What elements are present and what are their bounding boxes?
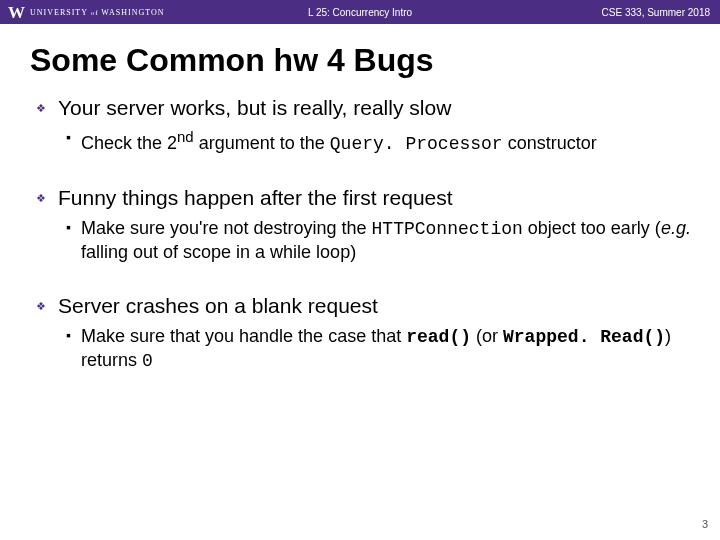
content: Some Common hw 4 Bugs ❖ Your server work… bbox=[0, 24, 720, 374]
bug-list: ❖ Your server works, but is really, real… bbox=[30, 95, 692, 374]
bug-sub: Make sure that you handle the case that … bbox=[81, 325, 692, 374]
list-item: ❖ Your server works, but is really, real… bbox=[36, 95, 692, 157]
slide: W UNIVERSITY of WASHINGTON L 25: Concurr… bbox=[0, 0, 720, 540]
uw-name-pre: UNIVERSITY bbox=[30, 8, 91, 17]
list-item: ▪ Check the 2nd argument to the Query. P… bbox=[66, 127, 692, 156]
diamond-bullet-icon: ❖ bbox=[36, 193, 46, 204]
code-text: 0 bbox=[142, 351, 153, 371]
square-bullet-icon: ▪ bbox=[66, 328, 71, 342]
page-number: 3 bbox=[702, 518, 708, 530]
list-item: ▪ Make sure you're not destroying the HT… bbox=[66, 217, 692, 265]
lecture-title: L 25: Concurrency Intro bbox=[308, 7, 412, 18]
code-text: Query. Processor bbox=[330, 134, 503, 154]
square-bullet-icon: ▪ bbox=[66, 130, 71, 144]
code-text: read() bbox=[406, 327, 471, 347]
list-item: ❖ Server crashes on a blank request ▪ Ma… bbox=[36, 293, 692, 374]
bug-point: Funny things happen after the first requ… bbox=[58, 185, 453, 211]
course-term: CSE 333, Summer 2018 bbox=[602, 7, 710, 18]
bug-point: Server crashes on a blank request bbox=[58, 293, 378, 319]
uw-w-mark-icon: W bbox=[8, 4, 24, 21]
uw-name-post: WASHINGTON bbox=[101, 8, 164, 17]
list-item: ❖ Funny things happen after the first re… bbox=[36, 185, 692, 265]
square-bullet-icon: ▪ bbox=[66, 220, 71, 234]
code-text: Wrapped. Read() bbox=[503, 327, 665, 347]
diamond-bullet-icon: ❖ bbox=[36, 103, 46, 114]
uw-name: UNIVERSITY of WASHINGTON bbox=[30, 8, 164, 17]
bug-point: Your server works, but is really, really… bbox=[58, 95, 451, 121]
topbar: W UNIVERSITY of WASHINGTON L 25: Concurr… bbox=[0, 0, 720, 24]
page-title: Some Common hw 4 Bugs bbox=[30, 42, 692, 79]
bug-sub: Make sure you're not destroying the HTTP… bbox=[81, 217, 692, 265]
diamond-bullet-icon: ❖ bbox=[36, 301, 46, 312]
list-item: ▪ Make sure that you handle the case tha… bbox=[66, 325, 692, 374]
uw-logo-block: W UNIVERSITY of WASHINGTON bbox=[8, 4, 164, 21]
code-text: HTTPConnection bbox=[372, 219, 523, 239]
bug-sub: Check the 2nd argument to the Query. Pro… bbox=[81, 127, 597, 156]
uw-name-of: of bbox=[91, 9, 102, 17]
